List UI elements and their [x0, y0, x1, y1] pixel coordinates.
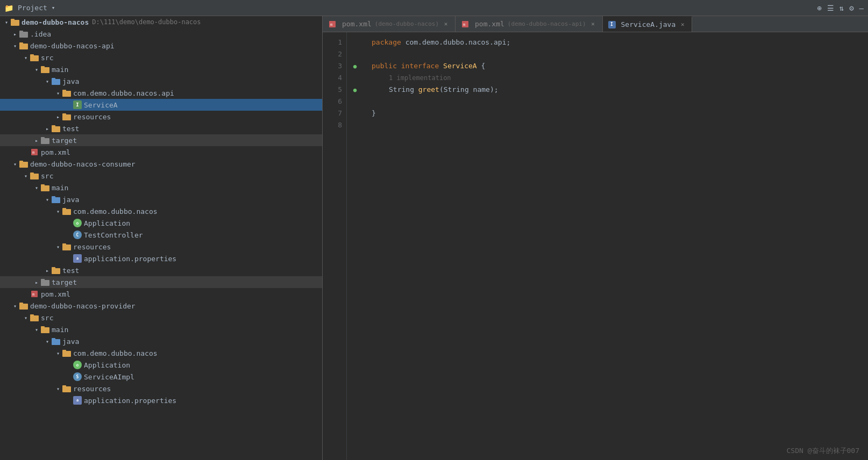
- tab-pom-root[interactable]: m pom.xml (demo-dubbo-nacos) ✕: [323, 16, 456, 32]
- watermark: CSDN @奋斗的袜子007: [787, 446, 859, 456]
- consumer-module[interactable]: demo-dubbo-nacos-consumer: [0, 158, 322, 170]
- api-target[interactable]: target: [0, 134, 322, 146]
- sort-icon[interactable]: ⇅: [839, 4, 844, 12]
- sp6: [414, 84, 418, 96]
- provider-java-label: java: [62, 337, 79, 346]
- tab-service-a[interactable]: I ServiceA.java ✕: [603, 16, 693, 32]
- sidebar: demo-dubbo-nacos D:\111\demo\demo-dubbo-…: [0, 16, 323, 460]
- sp3: [439, 60, 443, 72]
- consumer-app-props[interactable]: a application.properties: [0, 253, 322, 264]
- param-name: name: [473, 84, 490, 96]
- api-package-arrow: [54, 90, 62, 96]
- provider-serviceaimpl[interactable]: S ServiceAImpl: [0, 371, 322, 383]
- consumer-main[interactable]: main: [0, 182, 322, 193]
- project-dropdown-arrow[interactable]: ▾: [52, 4, 55, 11]
- api-test[interactable]: test: [0, 123, 322, 134]
- consumer-resources[interactable]: resources: [0, 241, 322, 253]
- provider-application[interactable]: ✿ Application: [0, 359, 322, 371]
- provider-package[interactable]: com.demo.dubbo.nacos: [0, 347, 322, 359]
- api-module[interactable]: demo-dubbo-nacos-api: [0, 40, 322, 52]
- type-string: String: [389, 84, 414, 96]
- consumer-application[interactable]: ✿ Application: [0, 217, 322, 229]
- list-icon[interactable]: ☰: [827, 4, 834, 12]
- project-label[interactable]: Project: [18, 4, 47, 12]
- gutter: ● ●: [347, 32, 363, 460]
- provider-props-label: application.properties: [84, 397, 176, 405]
- consumer-pom[interactable]: m pom.xml: [0, 288, 322, 300]
- api-resources-arrow: [54, 114, 62, 120]
- code-content[interactable]: package com.demo.dubbo.nacos.api ; publi…: [363, 32, 868, 460]
- root-arrow: [2, 19, 11, 25]
- tab-pom-api-close[interactable]: ✕: [589, 20, 597, 28]
- api-package[interactable]: com.demo.dubbo.nacos.api: [0, 87, 322, 99]
- sp4: {: [477, 60, 486, 72]
- consumer-target-arrow: [32, 279, 41, 285]
- tab-pom-api-icon: m: [461, 20, 469, 28]
- consumer-arrow: [11, 161, 19, 167]
- tab-service-a-icon: I: [608, 21, 616, 28]
- service-a-label: ServiceA: [84, 101, 118, 109]
- provider-java[interactable]: java: [0, 335, 322, 347]
- api-pom[interactable]: m pom.xml: [0, 146, 322, 158]
- tab-service-a-close[interactable]: ✕: [679, 21, 686, 28]
- consumer-package-arrow: [54, 209, 62, 214]
- consumer-test-controller[interactable]: C TestController: [0, 229, 322, 241]
- provider-main[interactable]: main: [0, 324, 322, 335]
- root-project[interactable]: demo-dubbo-nacos D:\111\demo\demo-dubbo-…: [0, 16, 322, 28]
- provider-label: demo-dubbo-nacos-provider: [30, 302, 136, 310]
- api-test-label: test: [62, 125, 79, 133]
- tab-pom-api-label: pom.xml: [475, 20, 504, 28]
- api-java[interactable]: java: [0, 75, 322, 87]
- provider-package-arrow: [54, 350, 62, 356]
- provider-module[interactable]: demo-dubbo-nacos-provider: [0, 300, 322, 312]
- consumer-java[interactable]: java: [0, 193, 322, 205]
- settings-icon[interactable]: ⚙: [849, 4, 853, 12]
- provider-resources-icon: [62, 385, 71, 392]
- provider-resources[interactable]: resources: [0, 383, 322, 394]
- tab-pom-api[interactable]: m pom.xml (demo-dubbo-nacos-api) ✕: [456, 16, 603, 32]
- consumer-package-icon: [62, 208, 71, 215]
- consumer-target[interactable]: target: [0, 276, 322, 288]
- minimize-icon[interactable]: –: [859, 4, 864, 12]
- consumer-pom-label: pom.xml: [41, 290, 70, 298]
- consumer-package[interactable]: com.demo.dubbo.nacos: [0, 205, 322, 217]
- provider-impl-label: ServiceAImpl: [84, 373, 134, 381]
- consumer-src-arrow: [22, 173, 30, 179]
- provider-app-props[interactable]: a application.properties: [0, 394, 322, 406]
- root-folder-icon: [11, 19, 19, 26]
- consumer-folder-icon: [19, 161, 28, 168]
- api-main[interactable]: main: [0, 63, 322, 75]
- tab-pom-root-subtitle: (demo-dubbo-nacos): [375, 20, 439, 27]
- api-src[interactable]: src: [0, 52, 322, 63]
- tab-pom-root-close[interactable]: ✕: [442, 20, 450, 28]
- globe-icon[interactable]: ⊕: [817, 4, 821, 12]
- main-layout: demo-dubbo-nacos D:\111\demo\demo-dubbo-…: [0, 16, 868, 460]
- idea-folder[interactable]: .idea: [0, 28, 322, 40]
- root-path: D:\111\demo\demo-dubbo-nacos: [92, 18, 201, 26]
- consumer-props-icon: a: [73, 254, 82, 263]
- consumer-src[interactable]: src: [0, 170, 322, 182]
- api-java-arrow: [43, 78, 52, 84]
- provider-package-icon: [62, 350, 71, 357]
- consumer-test-icon: [52, 267, 60, 274]
- provider-resources-label: resources: [73, 385, 111, 393]
- iface-name: ServiceA: [443, 60, 477, 72]
- consumer-tc-label: TestController: [84, 231, 143, 239]
- idea-folder-icon: [19, 31, 28, 38]
- api-resources[interactable]: resources: [0, 111, 322, 123]
- provider-arrow: [11, 303, 19, 309]
- api-pom-label: pom.xml: [41, 148, 70, 156]
- consumer-main-label: main: [52, 184, 68, 192]
- kw-interface: interface: [401, 60, 439, 72]
- provider-src-label: src: [41, 314, 53, 322]
- provider-src[interactable]: src: [0, 312, 322, 324]
- consumer-target-label: target: [52, 278, 77, 286]
- service-a-file[interactable]: I ServiceA: [0, 99, 322, 111]
- consumer-test-folder[interactable]: test: [0, 264, 322, 276]
- consumer-package-label: com.demo.dubbo.nacos: [73, 207, 158, 215]
- lparen: (: [439, 84, 444, 96]
- api-test-arrow: [43, 126, 52, 132]
- editor-area: m pom.xml (demo-dubbo-nacos) ✕ m pom.xml…: [323, 16, 868, 460]
- svg-text:m: m: [463, 23, 465, 27]
- consumer-pom-icon: m: [30, 290, 39, 298]
